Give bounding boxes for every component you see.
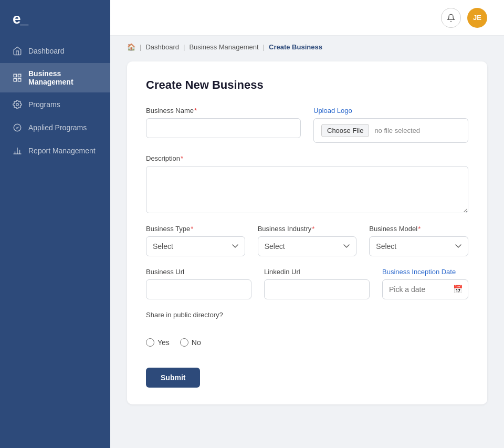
row-name-logo: Business Name* Upload Logo Choose File n…: [146, 107, 468, 143]
breadcrumb-sep-3: |: [263, 43, 265, 51]
sidebar-item-programs[interactable]: Programs: [0, 93, 110, 116]
group-business-name: Business Name*: [146, 107, 301, 143]
row-type-industry-model: Business Type* Select Sole Proprietorshi…: [146, 225, 468, 256]
home-icon: 🏠: [127, 43, 135, 51]
label-business-type: Business Type*: [146, 225, 245, 233]
radio-yes-text: Yes: [158, 338, 170, 347]
svg-rect-2: [18, 79, 21, 81]
radio-no[interactable]: [180, 338, 188, 347]
file-input-wrapper[interactable]: Choose File no file selected: [313, 118, 468, 143]
sidebar-label-dashboard: Dashboard: [28, 47, 65, 55]
label-inception-date: Business Inception Date: [382, 268, 468, 276]
breadcrumb-current: Create Business: [269, 43, 322, 51]
group-description: Description*: [146, 154, 468, 213]
radio-yes-label[interactable]: Yes: [146, 338, 170, 347]
grid-icon: [13, 73, 22, 82]
date-picker-wrapper: 📅: [382, 279, 468, 299]
group-business-model: Business Model* Select B2B B2C B2B2C Saa…: [369, 225, 468, 256]
group-inception-date: Business Inception Date 📅: [382, 268, 468, 299]
radio-no-text: No: [192, 338, 201, 347]
breadcrumb-dashboard[interactable]: Dashboard: [145, 43, 179, 51]
bell-icon: [447, 14, 455, 22]
radio-group-public: Yes No: [146, 338, 468, 347]
group-linkedin-url: Linkedin Url: [264, 268, 370, 299]
label-description: Description*: [146, 154, 468, 162]
choose-file-button[interactable]: Choose File: [321, 124, 369, 137]
breadcrumb: 🏠 | Dashboard | Business Management | Cr…: [110, 36, 504, 55]
content-area: Create New Business Business Name* Uploa…: [110, 55, 504, 448]
label-business-url: Business Url: [146, 268, 251, 276]
label-linkedin-url: Linkedin Url: [264, 268, 370, 276]
topbar: JE: [110, 0, 504, 36]
sidebar-item-applied-programs[interactable]: Applied Programs: [0, 117, 110, 139]
sidebar-item-dashboard[interactable]: Dashboard: [0, 40, 110, 62]
row-public-directory: Share in public directory? Yes No: [146, 311, 468, 347]
group-business-url: Business Url: [146, 268, 251, 299]
submit-button[interactable]: Submit: [146, 368, 200, 388]
radio-yes[interactable]: [146, 338, 154, 347]
user-avatar[interactable]: JE: [467, 8, 487, 28]
business-url-input[interactable]: [146, 279, 251, 299]
label-public-directory: Share in public directory?: [146, 311, 468, 319]
business-type-select[interactable]: Select Sole Proprietorship Partnership L…: [146, 236, 245, 256]
breadcrumb-sep-1: |: [140, 43, 141, 51]
home-icon: [13, 46, 22, 56]
create-business-card: Create New Business Business Name* Uploa…: [127, 61, 487, 404]
linkedin-url-input[interactable]: [264, 279, 370, 299]
radio-no-label[interactable]: No: [180, 338, 201, 347]
sidebar-label-report-management: Report Management: [28, 147, 96, 155]
business-industry-select[interactable]: Select Technology Finance Healthcare Edu…: [258, 236, 357, 256]
row-url-date: Business Url Linkedin Url Business Incep…: [146, 268, 468, 299]
label-business-industry: Business Industry*: [258, 225, 357, 233]
group-business-industry: Business Industry* Select Technology Fin…: [258, 225, 357, 256]
chart-icon: [13, 146, 22, 155]
svg-rect-0: [14, 74, 16, 77]
main-content: JE 🏠 | Dashboard | Business Management |…: [110, 0, 504, 448]
file-name-display: no file selected: [374, 127, 420, 134]
notification-bell[interactable]: [441, 8, 461, 28]
sidebar-item-business-management[interactable]: Business Management: [0, 63, 110, 92]
group-business-type: Business Type* Select Sole Proprietorshi…: [146, 225, 245, 256]
svg-rect-3: [14, 79, 16, 81]
sidebar-label-applied-programs: Applied Programs: [28, 123, 87, 132]
breadcrumb-sep-2: |: [183, 43, 185, 51]
label-business-name: Business Name*: [146, 107, 301, 114]
sidebar-nav: Dashboard Business Management Programs A…: [0, 40, 110, 162]
sidebar-label-business-management: Business Management: [28, 69, 98, 86]
sidebar-item-report-management[interactable]: Report Management: [0, 140, 110, 162]
svg-point-4: [16, 103, 19, 106]
business-model-select[interactable]: Select B2B B2C B2B2C SaaS Marketplace: [369, 236, 468, 256]
app-logo: e_: [0, 0, 110, 40]
group-upload-logo: Upload Logo Choose File no file selected: [313, 107, 468, 143]
label-upload-logo: Upload Logo: [313, 107, 468, 114]
gear-icon: [13, 100, 22, 109]
page-title: Create New Business: [146, 78, 468, 92]
label-business-model: Business Model*: [369, 225, 468, 233]
svg-rect-1: [18, 74, 21, 77]
sidebar-label-programs: Programs: [28, 100, 60, 109]
breadcrumb-business-management[interactable]: Business Management: [189, 43, 258, 51]
sidebar: e_ Dashboard Business Management Program…: [0, 0, 110, 448]
business-name-input[interactable]: [146, 118, 301, 138]
circle-check-icon: [13, 123, 22, 132]
date-picker-input[interactable]: [382, 279, 468, 299]
description-textarea[interactable]: [146, 166, 468, 213]
row-description: Description*: [146, 154, 468, 213]
